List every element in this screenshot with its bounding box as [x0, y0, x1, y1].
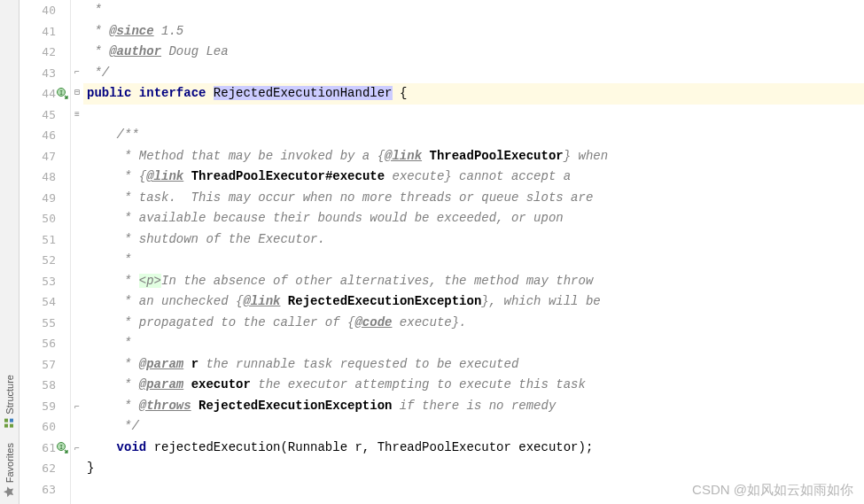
implementations-icon[interactable]: I — [57, 86, 69, 98]
code-text: } when — [564, 149, 608, 163]
line-number: 63 — [42, 483, 56, 496]
line-number: 47 — [42, 150, 56, 163]
line-number: 42 — [42, 45, 56, 58]
code-text: * — [87, 274, 139, 288]
star-icon — [4, 486, 15, 497]
code-text: execute}. — [392, 315, 466, 330]
svg-rect-1 — [5, 419, 9, 423]
code-text: * — [87, 24, 109, 38]
code-text: * — [87, 357, 139, 371]
code-text: if there is no remedy — [392, 399, 556, 413]
line-number: 57 — [42, 358, 56, 371]
javadoc-tag: @link — [146, 169, 183, 183]
line-number: 58 — [42, 378, 56, 392]
code-text: /** — [87, 128, 139, 142]
javadoc-tag: @code — [354, 315, 392, 330]
code-text: the executor attempting to execute this … — [251, 377, 586, 392]
keyword: interface — [139, 86, 206, 100]
code-text: * — [87, 3, 102, 17]
code-text: * { — [87, 169, 146, 183]
code-text: * — [87, 336, 131, 350]
line-number: 48 — [42, 170, 56, 183]
code-text: * task. This may occur when no more thre… — [87, 190, 593, 205]
favorites-tab-label: Favorites — [4, 443, 15, 483]
line-number: 54 — [42, 295, 56, 308]
type-ref: RejectedExecutionException — [288, 294, 481, 308]
code-text: */ — [87, 419, 139, 433]
code-text: * — [87, 252, 131, 267]
line-number: 56 — [42, 337, 56, 350]
ide-editor: Structure Favorites 40 41 42 43 44 I 45 … — [0, 0, 864, 504]
code-text: * an unchecked { — [87, 294, 243, 308]
svg-rect-2 — [11, 424, 14, 428]
interface-name: RejectedExecutionHandler — [214, 86, 393, 100]
line-number: 51 — [42, 233, 56, 246]
fold-end-icon[interactable]: ⌐ — [73, 403, 82, 412]
fold-gutter[interactable]: ⌐ ⊟ ≡ ⌐ ⌐ — [71, 0, 83, 504]
type-ref: ThreadPoolExecutor — [429, 149, 563, 163]
line-number: 46 — [42, 128, 56, 142]
fold-end-icon[interactable]: ⌐ — [73, 68, 82, 77]
fold-start-icon[interactable]: ≡ — [73, 111, 82, 120]
line-number: 59 — [42, 399, 56, 413]
code-text — [87, 440, 117, 454]
code-text — [280, 294, 287, 308]
html-tag: <p> — [139, 274, 161, 288]
code-text: * — [87, 399, 139, 413]
javadoc-tag: @param — [139, 377, 183, 392]
type-ref: ThreadPoolExecutor — [191, 169, 325, 183]
code-text: 1.5 — [154, 24, 184, 38]
code-text — [183, 169, 191, 183]
keyword: public — [87, 86, 131, 100]
method-name: rejectedExecution — [154, 440, 281, 454]
code-editor[interactable]: * * @since 1.5 * @author Doug Lea */ pub… — [83, 0, 864, 504]
line-number: 62 — [42, 461, 56, 475]
method-ref: execute — [332, 169, 385, 183]
param-name: r — [191, 357, 198, 371]
svg-text:I: I — [59, 444, 63, 451]
line-number: 43 — [42, 66, 56, 80]
code-text: * — [87, 377, 139, 392]
javadoc-tag: @link — [243, 294, 280, 308]
param-name: executor — [191, 377, 251, 392]
code-text: */ — [87, 66, 109, 80]
implementations-icon[interactable]: I — [57, 440, 69, 453]
line-number: 53 — [42, 275, 56, 288]
code-text: execute} cannot accept a — [385, 169, 571, 183]
line-number: 60 — [42, 420, 56, 433]
code-text: * shutdown of the Executor. — [87, 232, 325, 246]
watermark-text: CSDN @如风如云如雨如你 — [692, 482, 853, 499]
javadoc-tag: @param — [139, 357, 183, 371]
keyword: void — [117, 440, 147, 454]
svg-text:I: I — [59, 89, 63, 97]
structure-icon — [4, 418, 15, 429]
line-number: 40 — [42, 4, 56, 17]
line-number-gutter[interactable]: 40 41 42 43 44 I 45 46 47 48 49 50 51 52… — [19, 0, 71, 504]
line-number: 55 — [42, 316, 56, 330]
javadoc-tag: @author — [109, 44, 161, 58]
line-number: 49 — [42, 191, 56, 205]
javadoc-tag: @throws — [139, 399, 191, 413]
code-text: * propagated to the caller of { — [87, 315, 354, 330]
favorites-tab[interactable]: Favorites — [0, 436, 19, 504]
javadoc-tag: @link — [385, 149, 422, 163]
structure-tab-label: Structure — [4, 375, 15, 415]
code-text: (Runnable r, ThreadPoolExecutor executor… — [280, 440, 593, 454]
line-number: 52 — [42, 253, 56, 267]
svg-rect-3 — [11, 419, 14, 423]
line-number: 61 — [42, 441, 56, 454]
code-text: * Method that may be invoked by a { — [87, 149, 385, 163]
code-text: } — [87, 461, 94, 475]
code-text — [191, 399, 198, 413]
code-text: the runnable task requested to be execut… — [198, 357, 518, 371]
code-text: * available because their bounds would b… — [87, 211, 564, 225]
code-text: }, which will be — [481, 294, 600, 308]
code-text: Doug Lea — [161, 44, 229, 58]
fold-start-icon[interactable]: ⊟ — [73, 89, 82, 97]
code-text — [183, 357, 191, 371]
line-number: 45 — [42, 108, 56, 121]
code-text: In the absence of other alternatives, th… — [161, 274, 593, 288]
javadoc-tag: @since — [109, 24, 153, 38]
fold-end-icon[interactable]: ⌐ — [73, 445, 82, 454]
structure-tab[interactable]: Structure — [0, 368, 19, 436]
